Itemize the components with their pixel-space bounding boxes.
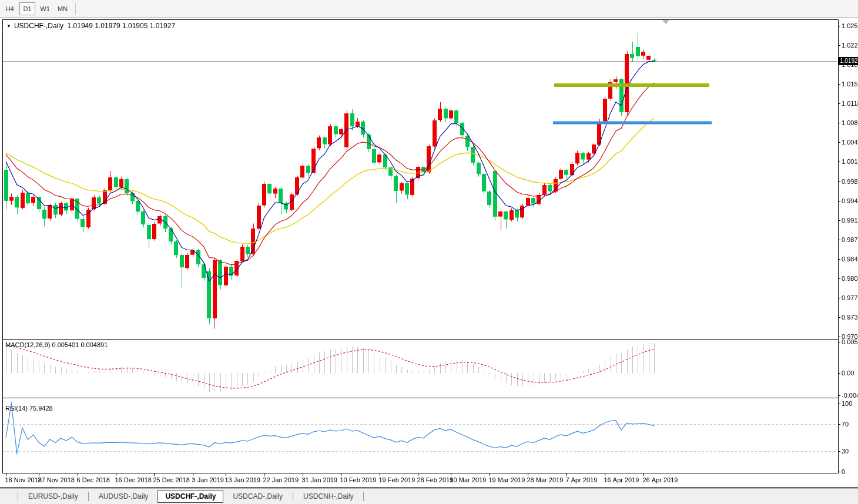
tab-usdchf-daily[interactable]: USDCHF-,Daily <box>157 490 223 503</box>
chart-menu-arrow-icon[interactable]: ▼ <box>6 23 11 29</box>
chart-title: ▼USDCHF-,Daily 1.01949 1.01979 1.01905 1… <box>6 22 175 30</box>
current-price-badge: 1.01927 <box>838 57 858 65</box>
tab-separator <box>18 492 18 501</box>
tab-separator <box>363 492 364 501</box>
tab-separator <box>293 492 293 501</box>
chart-shift-marker-icon[interactable] <box>662 20 669 24</box>
rsi-indicator-label: RSI(14) 75.9428 <box>5 405 53 412</box>
tab-usdcnh-daily[interactable]: USDCNH-,Daily <box>296 490 360 502</box>
chart-ohlc-values: 1.01949 1.01979 1.01905 1.01927 <box>68 22 176 30</box>
tab-eurusd-daily[interactable]: EURUSD-,Daily <box>21 490 85 502</box>
timeframe-button-h4[interactable]: H4 <box>2 2 18 15</box>
timeframe-toolbar: H4 D1 W1 MN <box>0 0 858 18</box>
tab-separator <box>88 492 89 501</box>
timeframe-button-d1[interactable]: D1 <box>19 2 35 15</box>
tab-audusd-daily[interactable]: AUDUSD-,Daily <box>92 490 156 502</box>
macd-indicator-label: MACD(12,26,9) 0.005401 0.004891 <box>5 341 108 348</box>
toolbar-separator <box>75 3 76 15</box>
price-chart-canvas[interactable] <box>0 0 858 504</box>
tab-usdcad-daily[interactable]: USDCAD-,Daily <box>226 490 290 502</box>
timeframe-button-w1[interactable]: W1 <box>37 2 53 15</box>
symbol-tab-bar: EURUSD-,Daily AUDUSD-,Daily USDCHF-,Dail… <box>0 488 858 504</box>
timeframe-button-mn[interactable]: MN <box>55 2 71 15</box>
chart-symbol-label: USDCHF-,Daily <box>14 22 63 30</box>
chart-window: H4 D1 W1 MN ▼USDCHF-,Daily 1.01949 1.019… <box>0 0 858 504</box>
